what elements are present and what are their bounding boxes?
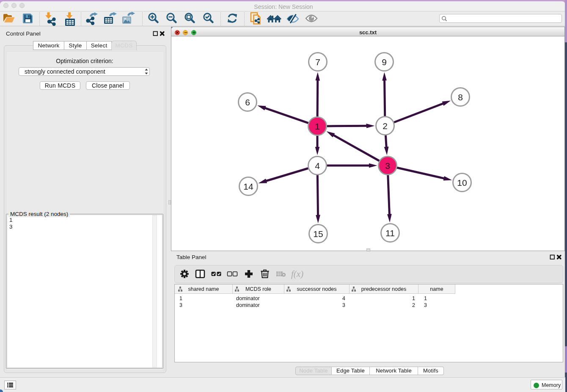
svg-text:14: 14 [243,182,253,191]
svg-text:10: 10 [457,178,467,188]
svg-text:9: 9 [382,57,387,67]
svg-text:f(x): f(x) [291,269,303,279]
svg-text:15: 15 [313,229,323,239]
svg-text:1: 1 [315,121,320,131]
svg-text:3: 3 [385,161,390,171]
svg-text:7: 7 [315,57,320,67]
svg-text:6: 6 [245,97,250,107]
svg-text:4: 4 [315,161,320,171]
svg-text:2: 2 [383,121,388,131]
svg-text:11: 11 [385,228,395,238]
svg-text:8: 8 [458,92,463,102]
